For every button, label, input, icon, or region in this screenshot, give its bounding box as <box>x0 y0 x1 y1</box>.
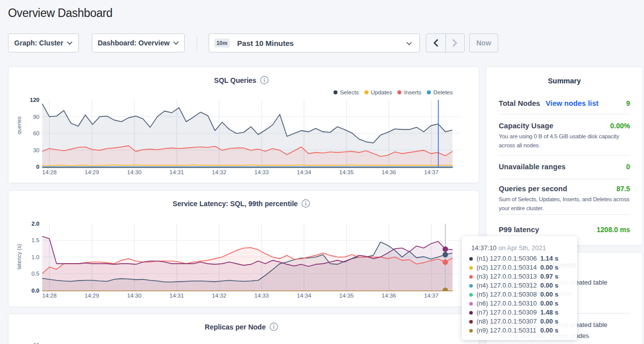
svg-text:14:33: 14:33 <box>255 169 269 175</box>
svg-text:0.5: 0.5 <box>31 271 39 277</box>
svg-text:14:32: 14:32 <box>212 169 227 175</box>
svg-text:14:29: 14:29 <box>85 169 99 175</box>
svg-text:14:35: 14:35 <box>339 293 354 299</box>
svg-text:14:35: 14:35 <box>339 169 354 175</box>
svg-text:14:33: 14:33 <box>255 293 269 299</box>
svg-text:1.5: 1.5 <box>31 237 39 243</box>
svg-text:14:31: 14:31 <box>170 293 184 299</box>
svg-text:14:31: 14:31 <box>170 169 184 175</box>
svg-text:14:28: 14:28 <box>42 169 57 175</box>
svg-text:14:36: 14:36 <box>382 293 396 299</box>
svg-text:120: 120 <box>30 97 39 103</box>
svg-text:2.0: 2.0 <box>31 221 39 227</box>
svg-text:14:29: 14:29 <box>85 293 99 299</box>
svg-text:latency (s): latency (s) <box>16 244 22 270</box>
svg-text:14:30: 14:30 <box>127 169 142 175</box>
svg-text:0: 0 <box>36 164 39 170</box>
svg-text:14:34: 14:34 <box>297 293 312 299</box>
svg-text:30: 30 <box>33 147 39 153</box>
svg-text:14:37: 14:37 <box>424 169 439 175</box>
svg-text:0.0: 0.0 <box>31 288 39 294</box>
svg-text:queries: queries <box>16 116 22 134</box>
svg-text:14:30: 14:30 <box>127 293 142 299</box>
svg-text:1.0: 1.0 <box>31 254 39 260</box>
svg-text:14:32: 14:32 <box>212 293 227 299</box>
svg-text:14:37: 14:37 <box>424 293 439 299</box>
svg-text:90: 90 <box>33 114 39 120</box>
svg-text:14:36: 14:36 <box>382 169 396 175</box>
svg-text:14:34: 14:34 <box>297 169 312 175</box>
svg-text:60: 60 <box>33 130 39 136</box>
svg-text:14:28: 14:28 <box>42 293 57 299</box>
